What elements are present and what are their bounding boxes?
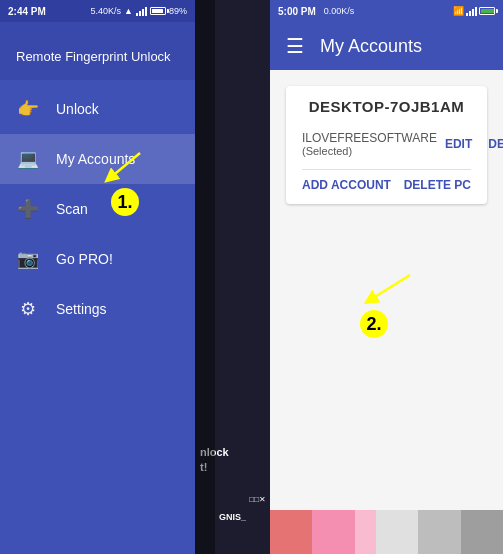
- scan-icon: ➕: [16, 198, 40, 220]
- color-block-3: [355, 510, 376, 554]
- navigation-drawer: 2:44 PM 5.40K/s ▲ 89% Remote Fingerprint…: [0, 0, 195, 554]
- fingerprint-icon: 👉: [16, 98, 40, 120]
- sidebar-item-scan[interactable]: ➕ Scan: [0, 184, 195, 234]
- signal-icon: [136, 6, 147, 16]
- drawer-title: Remote Fingerprint Unlock: [16, 49, 171, 64]
- svg-line-3: [370, 275, 410, 300]
- sidebar-item-label-scan: Scan: [56, 201, 88, 217]
- battery-icon-right: [479, 7, 495, 15]
- battery-icon: [150, 7, 166, 15]
- account-label: ILOVEFREESOFTWARE: [302, 131, 437, 145]
- sidebar-item-label-go-pro: Go PRO!: [56, 251, 113, 267]
- color-block-5: [418, 510, 460, 554]
- drawer-overlay: [195, 0, 215, 554]
- color-block-1: [270, 510, 312, 554]
- account-info-row: ILOVEFREESOFTWARE (Selected) EDIT DELETE: [302, 127, 471, 161]
- settings-icon: ⚙: [16, 298, 40, 320]
- time-right: 5:00 PM: [278, 6, 316, 17]
- delete-button[interactable]: DELETE: [480, 133, 503, 155]
- sidebar-item-label-unlock: Unlock: [56, 101, 99, 117]
- time-left: 2:44 PM: [8, 6, 46, 17]
- status-bar-left: 2:44 PM 5.40K/s ▲ 89%: [0, 0, 195, 22]
- signal-icon-right: [466, 6, 477, 16]
- account-selected: (Selected): [302, 145, 437, 157]
- app-bar-title: My Accounts: [320, 36, 422, 57]
- delete-pc-button[interactable]: DELETE PC: [404, 178, 471, 192]
- account-label-block: ILOVEFREESOFTWARE (Selected): [302, 131, 437, 157]
- sidebar-item-unlock[interactable]: 👉 Unlock: [0, 84, 195, 134]
- sidebar-item-settings[interactable]: ⚙ Settings: [0, 284, 195, 334]
- hamburger-icon[interactable]: ☰: [286, 34, 304, 58]
- step-2-label: 2.: [360, 310, 388, 338]
- add-account-button[interactable]: ADD ACCOUNT: [302, 178, 391, 192]
- edit-button[interactable]: EDIT: [437, 133, 480, 155]
- network-speed-left: 5.40K/s: [91, 6, 122, 16]
- arrow-annotation-2: 2.: [360, 270, 420, 338]
- sidebar-item-my-accounts[interactable]: 💻 My Accounts: [0, 134, 195, 184]
- account-name: DESKTOP-7OJB1AM: [302, 98, 471, 115]
- network-speed-right: 0.00K/s: [324, 6, 355, 16]
- arrow-2-svg: [360, 270, 420, 310]
- sidebar-item-go-pro[interactable]: 📷 Go PRO!: [0, 234, 195, 284]
- bottom-color-bar: [270, 510, 503, 554]
- wifi-icon: ▲: [124, 6, 133, 16]
- camera-icon: 📷: [16, 248, 40, 270]
- account-card: DESKTOP-7OJB1AM ILOVEFREESOFTWARE (Selec…: [286, 86, 487, 204]
- main-panel: 5:00 PM 0.00K/s 📶 ☰ My Accounts DESKTOP-…: [270, 0, 503, 510]
- arrow-1-svg: [100, 148, 150, 188]
- app-bar: ☰ My Accounts: [270, 22, 503, 70]
- divider: [302, 169, 471, 170]
- sidebar-item-label-settings: Settings: [56, 301, 107, 317]
- step-1-label: 1.: [111, 188, 139, 216]
- color-block-6: [461, 510, 503, 554]
- computer-icon: 💻: [16, 148, 40, 170]
- status-icons-left: 5.40K/s ▲ 89%: [91, 6, 187, 16]
- arrow-annotation-1: 1.: [100, 148, 150, 216]
- bottom-row: ADD ACCOUNT DELETE PC: [302, 178, 471, 192]
- color-block-4: [376, 510, 418, 554]
- status-icons-right: 📶: [453, 6, 495, 16]
- status-bar-right: 5:00 PM 0.00K/s 📶: [270, 0, 503, 22]
- color-block-2: [312, 510, 354, 554]
- wifi-icon-right: 📶: [453, 6, 464, 16]
- svg-line-1: [110, 153, 140, 178]
- battery-percent: 89%: [169, 6, 187, 16]
